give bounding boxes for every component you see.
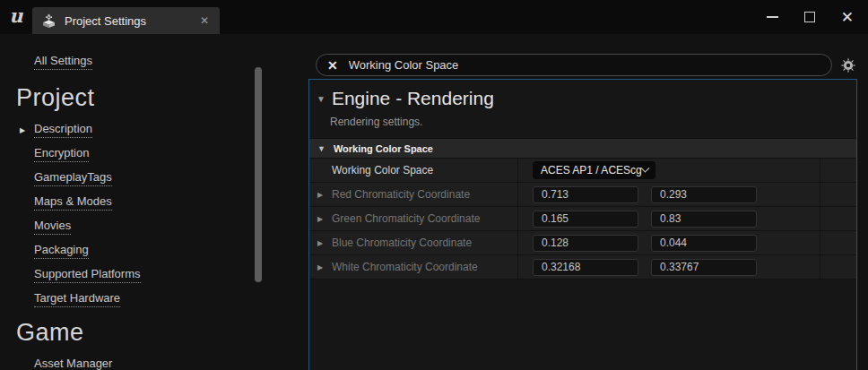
settings-sidebar: All Settings Project▶DescriptionEncrypti…: [0, 34, 308, 370]
coordinate-value-field[interactable]: 0.713: [533, 186, 638, 203]
clear-search-icon[interactable]: ✕: [327, 59, 338, 72]
sidebar-section-title-project: Project: [16, 84, 308, 112]
settings-main: ✕ ▼ Engine - Rendering Rendering setting…: [308, 34, 868, 370]
row-extra-cell: [820, 231, 856, 254]
sidebar-section-title-game: Game: [16, 319, 308, 347]
row-label: Red Chromaticity Coordinate: [332, 188, 470, 201]
titlebar: u Project Settings ✕ ✕: [0, 0, 868, 34]
section-subtitle: Rendering settings.: [330, 116, 856, 128]
row-expander-icon[interactable]: ▶: [317, 263, 325, 271]
sidebar-item-label[interactable]: Packaging: [34, 244, 89, 259]
sidebar-item-label[interactable]: Movies: [34, 219, 71, 235]
row-label-cell: ▶White Chromaticity Coordinate: [309, 255, 518, 279]
sidebar-item-packaging[interactable]: Packaging: [34, 243, 308, 256]
coordinate-value-field[interactable]: 0.32168: [533, 259, 638, 276]
category-collapse-icon[interactable]: ▼: [317, 144, 326, 153]
sidebar-item-label[interactable]: GameplayTags: [34, 171, 112, 186]
search-input[interactable]: [349, 58, 820, 72]
row-expander-icon[interactable]: ▶: [317, 215, 325, 223]
coordinate-value-field[interactable]: 0.293: [651, 186, 757, 203]
settings-row: ▶Green Chromaticity Coordinate0.1650.83: [309, 207, 856, 231]
row-value-cell: 0.1280.044: [518, 231, 820, 254]
coordinate-value-field[interactable]: 0.128: [533, 235, 638, 252]
sidebar-item-label[interactable]: Maps & Modes: [34, 195, 112, 211]
row-label-cell: Working Color Space: [309, 159, 518, 182]
section-title: Engine - Rendering: [332, 88, 494, 109]
settings-row: ▶Blue Chromaticity Coordinate0.1280.044: [309, 231, 856, 255]
sidebar-item-target-hardware[interactable]: Target Hardware: [34, 291, 308, 305]
settings-row: Working Color SpaceACES AP1 / ACEScg: [309, 159, 856, 183]
sidebar-item-supported-platforms[interactable]: Supported Platforms: [34, 267, 308, 280]
sidebar-item-description[interactable]: ▶Description: [34, 122, 308, 135]
coordinate-value-field[interactable]: 0.83: [651, 211, 757, 228]
sidebar-item-gameplaytags[interactable]: GameplayTags: [34, 170, 308, 184]
coordinate-value-field[interactable]: 0.33767: [651, 259, 757, 276]
sidebar-item-movies[interactable]: Movies: [34, 219, 308, 232]
row-label: Blue Chromaticity Coordinate: [332, 237, 472, 249]
working-color-space-dropdown[interactable]: ACES AP1 / ACEScg: [533, 161, 655, 179]
row-value-cell: 0.1650.83: [518, 207, 820, 230]
row-value-cell: ACES AP1 / ACEScg: [518, 159, 820, 182]
tab-project-settings[interactable]: Project Settings ✕: [32, 7, 220, 34]
row-expander-icon[interactable]: ▶: [317, 191, 325, 199]
row-extra-cell: [820, 183, 856, 206]
row-expander-icon[interactable]: ▶: [317, 239, 325, 247]
unreal-logo-icon: u: [0, 0, 32, 34]
sidebar-scrollbar[interactable]: [255, 67, 262, 282]
settings-gear-icon[interactable]: [839, 56, 857, 74]
window-controls: ✕: [767, 10, 868, 25]
coordinate-value-field[interactable]: 0.165: [533, 211, 638, 228]
sidebar-item-all-settings[interactable]: All Settings: [34, 54, 92, 70]
close-button[interactable]: ✕: [841, 10, 854, 25]
selected-item-arrow-icon: ▶: [20, 125, 25, 137]
dropdown-selected-value: ACES AP1 / ACEScg: [541, 164, 642, 176]
row-extra-cell: [820, 159, 856, 182]
sidebar-item-asset-manager[interactable]: Asset Manager: [34, 357, 308, 370]
row-extra-cell: [820, 255, 856, 279]
coordinate-value-field[interactable]: 0.044: [651, 235, 757, 252]
sidebar-item-label[interactable]: Target Hardware: [34, 292, 120, 307]
sidebar-item-label[interactable]: Supported Platforms: [34, 268, 141, 283]
sidebar-item-label[interactable]: Asset Manager: [34, 357, 112, 370]
row-label-cell: ▶Blue Chromaticity Coordinate: [309, 231, 518, 254]
row-label-cell: ▶Red Chromaticity Coordinate: [309, 183, 518, 206]
row-label-cell: ▶Green Chromaticity Coordinate: [309, 207, 518, 230]
row-label: White Chromaticity Coordinate: [332, 261, 478, 273]
category-label: Working Color Space: [334, 143, 433, 154]
row-extra-cell: [820, 207, 856, 230]
sidebar-item-encryption[interactable]: Encryption: [34, 146, 308, 159]
row-value-cell: 0.7130.293: [518, 183, 820, 206]
row-label: Working Color Space: [332, 164, 433, 176]
row-value-cell: 0.321680.33767: [518, 255, 820, 279]
chevron-down-icon: [640, 163, 649, 172]
settings-row: ▶Red Chromaticity Coordinate0.7130.293: [309, 183, 856, 207]
sidebar-item-label[interactable]: Description: [34, 123, 92, 138]
project-settings-icon: [41, 13, 56, 29]
maximize-button[interactable]: [804, 12, 815, 22]
minimize-button[interactable]: [767, 16, 778, 18]
tab-title: Project Settings: [65, 14, 190, 28]
settings-panel: ▼ Engine - Rendering Rendering settings.…: [308, 79, 857, 370]
row-label: Green Chromaticity Coordinate: [332, 212, 480, 225]
tab-close-icon[interactable]: ✕: [198, 14, 211, 27]
section-collapse-icon[interactable]: ▼: [317, 94, 326, 104]
settings-row: ▶White Chromaticity Coordinate0.321680.3…: [309, 255, 856, 280]
category-header-working-color-space[interactable]: ▼ Working Color Space: [309, 138, 856, 159]
sidebar-item-maps-modes[interactable]: Maps & Modes: [34, 194, 308, 208]
sidebar-item-label[interactable]: Encryption: [34, 147, 89, 162]
settings-search-box[interactable]: ✕: [316, 54, 832, 76]
